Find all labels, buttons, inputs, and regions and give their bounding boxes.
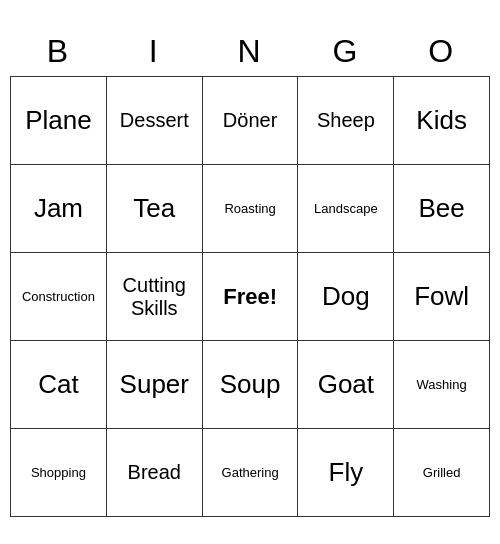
- bingo-card: BINGO PlaneDessertDönerSheepKidsJamTeaRo…: [10, 27, 490, 518]
- bingo-cell-1-3: Döner: [202, 77, 298, 165]
- header-letter-g: G: [298, 27, 394, 77]
- bingo-cell-2-1: Jam: [11, 165, 107, 253]
- bingo-row-3: ConstructionCutting SkillsFree!DogFowl: [11, 253, 490, 341]
- bingo-cell-5-2: Bread: [106, 429, 202, 517]
- bingo-cell-4-2: Super: [106, 341, 202, 429]
- bingo-cell-3-3: Free!: [202, 253, 298, 341]
- bingo-header: BINGO: [11, 27, 490, 77]
- bingo-cell-1-4: Sheep: [298, 77, 394, 165]
- bingo-cell-1-2: Dessert: [106, 77, 202, 165]
- header-letter-b: B: [11, 27, 107, 77]
- header-letter-o: O: [394, 27, 490, 77]
- bingo-cell-1-1: Plane: [11, 77, 107, 165]
- bingo-cell-3-4: Dog: [298, 253, 394, 341]
- bingo-cell-1-5: Kids: [394, 77, 490, 165]
- bingo-cell-5-4: Fly: [298, 429, 394, 517]
- bingo-cell-2-3: Roasting: [202, 165, 298, 253]
- bingo-cell-3-5: Fowl: [394, 253, 490, 341]
- bingo-cell-2-4: Landscape: [298, 165, 394, 253]
- bingo-row-4: CatSuperSoupGoatWashing: [11, 341, 490, 429]
- header-letter-n: N: [202, 27, 298, 77]
- bingo-cell-4-5: Washing: [394, 341, 490, 429]
- bingo-row-5: ShoppingBreadGatheringFlyGrilled: [11, 429, 490, 517]
- bingo-cell-3-1: Construction: [11, 253, 107, 341]
- bingo-cell-3-2: Cutting Skills: [106, 253, 202, 341]
- bingo-cell-4-4: Goat: [298, 341, 394, 429]
- header-letter-i: I: [106, 27, 202, 77]
- bingo-cell-2-2: Tea: [106, 165, 202, 253]
- bingo-cell-4-1: Cat: [11, 341, 107, 429]
- bingo-row-2: JamTeaRoastingLandscapeBee: [11, 165, 490, 253]
- bingo-row-1: PlaneDessertDönerSheepKids: [11, 77, 490, 165]
- bingo-cell-5-5: Grilled: [394, 429, 490, 517]
- bingo-cell-5-1: Shopping: [11, 429, 107, 517]
- bingo-cell-2-5: Bee: [394, 165, 490, 253]
- bingo-cell-5-3: Gathering: [202, 429, 298, 517]
- bingo-cell-4-3: Soup: [202, 341, 298, 429]
